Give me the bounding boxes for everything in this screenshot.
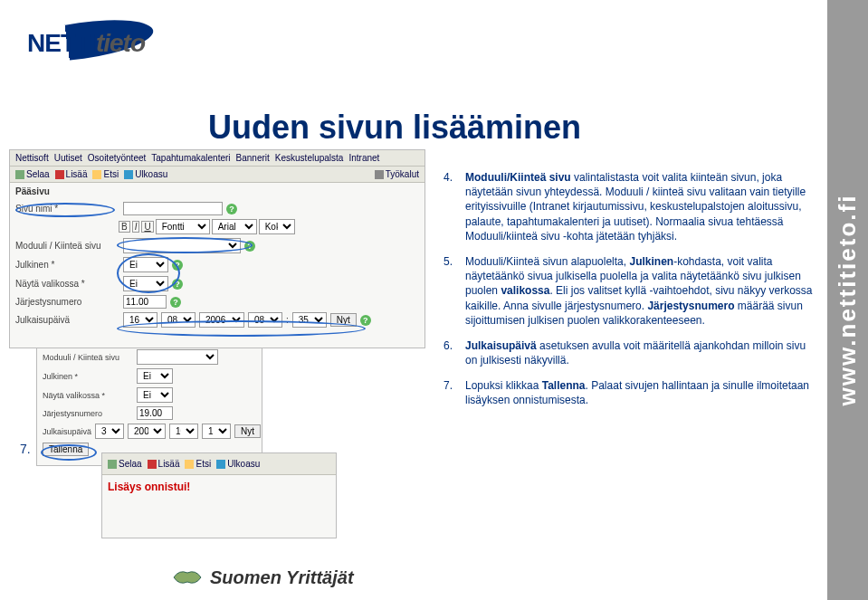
tab-lisaa[interactable]: Lisää: [148, 459, 180, 469]
brand-url: www.nettitieto.fi: [834, 195, 862, 406]
nav-item[interactable]: Bannerit: [236, 153, 270, 163]
page-title: Uuden sivun lisääminen: [208, 109, 581, 147]
select-year[interactable]: 2006: [199, 312, 244, 328]
instruction-text: Julkaisupäivä asetuksen avulla voit määr…: [465, 338, 815, 367]
instruction-text: Moduuli/Kiinteä sivun alapuolelta, Julki…: [465, 254, 815, 328]
logo-part2: tieto: [96, 29, 145, 57]
help-icon[interactable]: ?: [360, 315, 371, 326]
sub-nav: Selaa Lisää Etsi Ulkoasu Työkalut: [10, 167, 424, 183]
label-julkaisu: Julkaisupäivä: [43, 427, 91, 436]
select-moduuli2[interactable]: [137, 349, 218, 365]
select-nayta[interactable]: Ei: [123, 276, 168, 291]
instruction-text: Lopuksi klikkaa Tallenna. Palaat sivujen…: [465, 378, 815, 407]
now-button2[interactable]: Nyt: [234, 424, 261, 438]
instruction-item: 7. Lopuksi klikkaa Tallenna. Palaat sivu…: [444, 378, 815, 407]
label-julkinen: Julkinen *: [15, 260, 119, 270]
color-select[interactable]: Koko: [259, 219, 295, 234]
instruction-text: Moduuli/Kiinteä sivu valintalistasta voi…: [465, 170, 815, 243]
tab-ulkoasu[interactable]: Ulkoasu: [216, 459, 260, 469]
top-nav: Nettisoft Uutiset Osoitetyönteet Tapahtu…: [10, 150, 424, 167]
logo-part1: NETTI: [27, 29, 96, 57]
help-icon[interactable]: ?: [172, 279, 183, 290]
label-jarjestys: Järjestysnumero: [15, 297, 119, 307]
select-nayta2[interactable]: Ei: [137, 387, 173, 403]
handshake-icon: [172, 566, 203, 589]
help-icon[interactable]: ?: [172, 260, 183, 271]
admin-screenshot-main: Nettisoft Uutiset Osoitetyönteet Tapahtu…: [9, 149, 425, 348]
select-min[interactable]: 35: [292, 312, 327, 328]
success-message: Lisäys onnistui!: [102, 475, 336, 499]
help-icon[interactable]: ?: [244, 241, 255, 252]
brand-sidebar: www.nettitieto.fi: [827, 0, 868, 600]
instruction-item: 6. Julkaisupäivä asetuksen avulla voit m…: [444, 338, 815, 367]
admin-screenshot-success: Selaa Lisää Etsi Ulkoasu Lisäys onnistui…: [101, 452, 337, 538]
label-jarjestys: Järjestysnumero: [43, 409, 133, 418]
select-moduuli[interactable]: [123, 238, 241, 253]
instruction-number: 7.: [444, 378, 465, 407]
form-section: Pääsivu: [10, 183, 424, 200]
tab-tyokalut[interactable]: Työkalut: [375, 169, 419, 179]
instruction-number: 6.: [444, 338, 465, 367]
instruction-number: 4.: [444, 170, 465, 243]
nav-item[interactable]: Osoitetyönteet: [88, 153, 146, 163]
nav-item[interactable]: Tapahtumakalenteri: [151, 153, 230, 163]
marker-7: 7.: [20, 442, 31, 456]
select-julkinen2[interactable]: Ei: [137, 368, 173, 384]
label-moduuli: Moduuli / Kiinteä sivu: [15, 241, 119, 251]
label-nayta: Näytä valikossa *: [15, 279, 119, 289]
tab-lisaa[interactable]: Lisää: [55, 169, 88, 179]
select-month[interactable]: 08: [161, 312, 196, 328]
label-nayta: Näytä valikossa *: [43, 391, 133, 400]
help-icon[interactable]: ?: [170, 297, 181, 308]
select-julkinen[interactable]: Ei: [123, 257, 168, 272]
font-select[interactable]: Fontti: [156, 219, 210, 234]
now-button[interactable]: Nyt: [330, 313, 357, 327]
nav-item[interactable]: Intranet: [348, 153, 379, 163]
instruction-item: 4. Moduuli/Kiinteä sivu valintalistasta …: [444, 170, 815, 243]
nav-item[interactable]: Keskustelupalsta: [275, 153, 344, 163]
label-julkaisu: Julkaisupäivä: [15, 315, 119, 325]
tab-ulkoasu[interactable]: Ulkoasu: [124, 169, 167, 179]
label-moduuli: Moduuli / Kiinteä sivu: [43, 353, 133, 362]
input-jarjestys2[interactable]: [137, 406, 173, 420]
nav-item[interactable]: Uutiset: [54, 153, 82, 163]
tab-selaa[interactable]: Selaa: [108, 459, 142, 469]
label-julkinen: Julkinen *: [43, 372, 133, 381]
select-hour[interactable]: 08: [248, 312, 282, 328]
tab-selaa[interactable]: Selaa: [15, 169, 50, 179]
brand-logo: NETTItieto: [9, 9, 172, 72]
instruction-number: 5.: [444, 254, 465, 328]
admin-screenshot-secondary: Riiminvaihdon saat painan Moduuli / Kiin…: [36, 330, 262, 466]
size-select[interactable]: Arial: [212, 219, 257, 234]
tab-etsi[interactable]: Etsi: [92, 169, 119, 179]
help-icon[interactable]: ?: [226, 204, 237, 214]
save-button[interactable]: Tallenna: [43, 443, 89, 456]
tab-etsi[interactable]: Etsi: [185, 459, 211, 469]
input-jarjestys[interactable]: [123, 295, 167, 309]
footer-logo-text: Suomen Yrittäjät: [210, 567, 354, 588]
instruction-item: 5. Moduuli/Kiinteä sivun alapuolelta, Ju…: [444, 254, 815, 328]
sub-nav3: Selaa Lisää Etsi Ulkoasu: [102, 453, 336, 475]
input-sivunimi[interactable]: [123, 202, 223, 215]
label-sivunimi: Sivu nimi *: [15, 204, 119, 214]
footer-logo: Suomen Yrittäjät: [172, 566, 354, 589]
nav-item[interactable]: Nettisoft: [15, 153, 49, 163]
select-day[interactable]: 16: [123, 312, 157, 328]
instruction-list: 4. Moduuli/Kiinteä sivu valintalistasta …: [444, 170, 815, 419]
